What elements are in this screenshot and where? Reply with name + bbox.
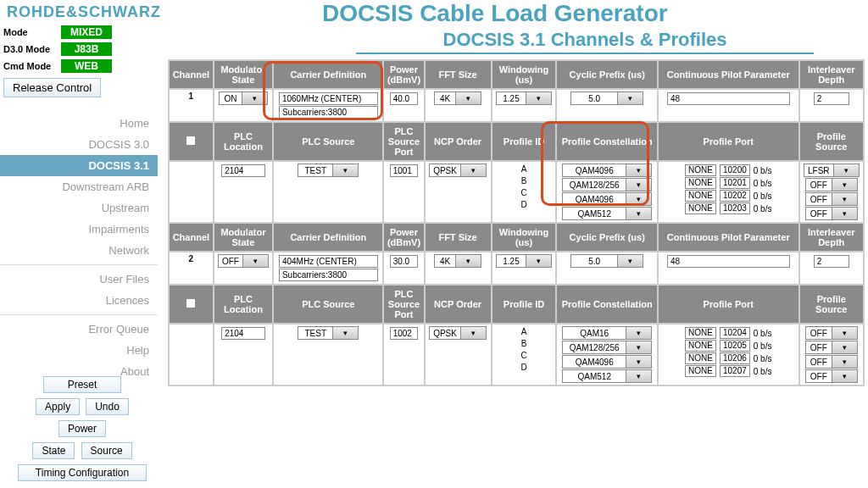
preset-button[interactable]: Preset <box>43 376 122 393</box>
select-field[interactable]: 5.0▾ <box>570 254 643 268</box>
chevron-down-icon: ▾ <box>626 370 651 382</box>
select-field[interactable]: OFF▾ <box>218 254 269 268</box>
chevron-down-icon: ▾ <box>460 164 486 176</box>
select-field[interactable]: QAM4096▾ <box>562 355 652 369</box>
channel-checkbox[interactable] <box>186 136 196 146</box>
chevron-down-icon: ▾ <box>526 255 551 267</box>
chevron-down-icon: ▾ <box>832 179 857 191</box>
select-field[interactable]: OFF▾ <box>805 369 858 383</box>
text-input[interactable] <box>814 92 849 105</box>
timing-config-button[interactable]: Timing Configuration <box>18 464 147 481</box>
nav-item-downstream-arb[interactable]: Downstream ARB <box>0 176 158 197</box>
select-field[interactable]: ON▾ <box>219 92 268 105</box>
nav-item-error-queue[interactable]: Error Queue <box>0 319 158 340</box>
select-field[interactable]: 5.0▾ <box>570 92 643 105</box>
release-control-button[interactable]: Release Control <box>3 78 101 97</box>
page-subtitle: DOCSIS 3.1 Channels & Profiles <box>356 29 814 54</box>
select-field[interactable]: LFSR▾ <box>804 164 860 177</box>
select-field[interactable]: OFF▾ <box>805 207 858 220</box>
select-field[interactable]: QPSK▾ <box>429 326 487 340</box>
text-input[interactable] <box>279 269 378 281</box>
main-content: Channel Modulator State Carrier Definiti… <box>168 59 865 386</box>
nav-item-docsis-3-0[interactable]: DOCSIS 3.0 <box>0 134 158 155</box>
select-field[interactable]: QAM128/256▾ <box>562 341 652 354</box>
nav-item-network[interactable]: Network <box>0 240 158 261</box>
chevron-down-icon: ▾ <box>242 92 267 104</box>
chevron-down-icon: ▾ <box>626 208 651 219</box>
chevron-down-icon: ▾ <box>833 164 859 176</box>
d3-mode-value: J83B <box>61 42 112 56</box>
text-input[interactable] <box>221 164 265 177</box>
chevron-down-icon: ▾ <box>460 327 486 339</box>
source-button[interactable]: Source <box>81 442 132 459</box>
d3-mode-label: D3.0 Mode <box>3 44 61 54</box>
chevron-down-icon: ▾ <box>626 356 651 368</box>
select-field[interactable]: OFF▾ <box>805 355 858 369</box>
select-field[interactable]: TEST▾ <box>298 326 359 340</box>
select-field[interactable]: QAM4096▾ <box>562 164 652 177</box>
chevron-down-icon: ▾ <box>832 356 857 368</box>
apply-button[interactable]: Apply <box>36 398 80 415</box>
text-input[interactable] <box>279 106 378 119</box>
select-field[interactable]: OFF▾ <box>805 326 858 340</box>
select-field[interactable]: OFF▾ <box>805 341 858 354</box>
select-field[interactable]: QAM512▾ <box>562 369 652 383</box>
nav-item-help[interactable]: Help <box>0 340 158 361</box>
text-input[interactable] <box>279 92 378 105</box>
text-input[interactable] <box>667 92 789 105</box>
chevron-down-icon: ▾ <box>332 164 358 176</box>
nav-menu: HomeDOCSIS 3.0DOCSIS 3.1Downstream ARBUp… <box>0 113 164 382</box>
channel-checkbox[interactable] <box>186 298 196 308</box>
chevron-down-icon: ▾ <box>617 92 643 104</box>
text-input[interactable] <box>390 327 419 340</box>
select-field[interactable]: QAM4096▾ <box>562 192 652 206</box>
chevron-down-icon: ▾ <box>455 255 481 267</box>
select-field[interactable]: 4K▾ <box>434 254 481 268</box>
nav-item-upstream[interactable]: Upstream <box>0 197 158 219</box>
state-button[interactable]: State <box>32 442 75 459</box>
text-input[interactable] <box>667 255 789 268</box>
cmd-mode-value: WEB <box>61 59 112 73</box>
chevron-down-icon: ▾ <box>832 341 857 353</box>
power-button[interactable]: Power <box>58 420 106 437</box>
chevron-down-icon: ▾ <box>332 327 358 339</box>
select-field[interactable]: OFF▾ <box>805 178 858 191</box>
mode-value: MIXED <box>61 25 112 39</box>
select-field[interactable]: QAM128/256▾ <box>562 178 652 191</box>
chevron-down-icon: ▾ <box>832 193 857 205</box>
chevron-down-icon: ▾ <box>626 193 651 205</box>
text-input[interactable] <box>390 164 419 177</box>
cmd-mode-label: Cmd Mode <box>3 61 61 71</box>
select-field[interactable]: 1.25▾ <box>496 92 552 105</box>
chevron-down-icon: ▾ <box>455 92 481 104</box>
nav-item-impairments[interactable]: Impairments <box>0 219 158 240</box>
chevron-down-icon: ▾ <box>832 327 857 339</box>
select-field[interactable]: QAM16▾ <box>562 326 652 340</box>
select-field[interactable]: TEST▾ <box>298 164 359 177</box>
mode-label: Mode <box>3 27 61 37</box>
nav-item-docsis-3-1[interactable]: DOCSIS 3.1 <box>0 155 158 176</box>
bottom-button-panel: Preset Apply Undo Power State Source Tim… <box>3 374 161 485</box>
select-field[interactable]: OFF▾ <box>805 192 858 206</box>
chevron-down-icon: ▾ <box>526 92 551 104</box>
text-input[interactable] <box>814 255 849 268</box>
select-field[interactable]: 1.25▾ <box>496 254 552 268</box>
chevron-down-icon: ▾ <box>832 370 857 382</box>
page-title: DOCSIS Cable Load Generator <box>322 0 668 27</box>
chevron-down-icon: ▾ <box>626 179 651 191</box>
undo-button[interactable]: Undo <box>86 398 129 415</box>
select-field[interactable]: 4K▾ <box>434 92 481 105</box>
nav-item-licences[interactable]: Licences <box>0 290 158 311</box>
chevron-down-icon: ▾ <box>626 327 651 339</box>
text-input[interactable] <box>390 92 419 105</box>
sidebar: Mode MIXED D3.0 Mode J83B Cmd Mode WEB R… <box>0 24 164 488</box>
nav-item-user-files[interactable]: User Files <box>0 269 158 290</box>
select-field[interactable]: QPSK▾ <box>429 164 487 177</box>
text-input[interactable] <box>221 327 265 340</box>
nav-item-home[interactable]: Home <box>0 113 158 134</box>
chevron-down-icon: ▾ <box>242 255 268 267</box>
chevron-down-icon: ▾ <box>617 255 643 267</box>
select-field[interactable]: QAM512▾ <box>562 207 652 220</box>
text-input[interactable] <box>390 255 419 268</box>
text-input[interactable] <box>279 255 378 268</box>
